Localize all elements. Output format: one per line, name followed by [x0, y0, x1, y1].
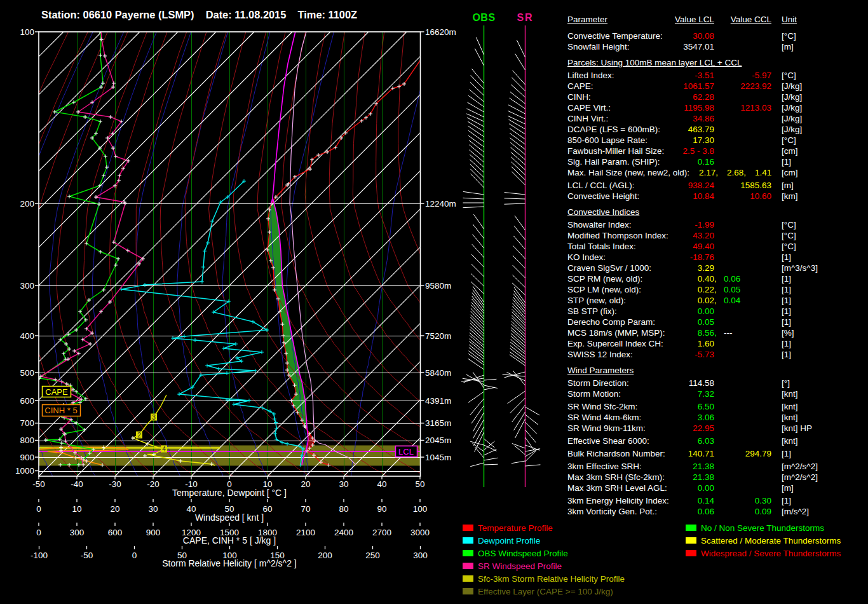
svg-text:2100: 2100 [296, 528, 315, 537]
svg-text:Storm Relative Helicity [ m^2: Storm Relative Helicity [ m^2/s^2 ] [162, 558, 297, 568]
svg-text:250: 250 [365, 551, 380, 560]
svg-text:300: 300 [413, 551, 428, 560]
svg-text:CAPE, CINH * 5 [ J/kg ]: CAPE, CINH * 5 [ J/kg ] [183, 535, 276, 546]
svg-text:200: 200 [318, 551, 332, 560]
svg-text:5840m: 5840m [425, 368, 451, 378]
svg-text:600: 600 [108, 528, 123, 537]
svg-text:-100: -100 [31, 551, 48, 560]
svg-text:Station: 06610 Payerne (LSMP): Station: 06610 Payerne (LSMP) Date: 11.0… [41, 9, 357, 20]
svg-text:0: 0 [36, 528, 41, 537]
svg-text:300: 300 [70, 528, 85, 537]
svg-text:0: 0 [132, 551, 137, 560]
svg-text:2700: 2700 [372, 528, 391, 537]
svg-text:-50: -50 [81, 551, 93, 560]
svg-text:2400: 2400 [334, 528, 353, 537]
svg-text:OBS: OBS [472, 12, 495, 23]
svg-text:500: 500 [20, 368, 34, 378]
svg-text:3000: 3000 [410, 528, 430, 537]
svg-text:SR: SR [517, 12, 533, 23]
svg-text:900: 900 [146, 528, 161, 537]
